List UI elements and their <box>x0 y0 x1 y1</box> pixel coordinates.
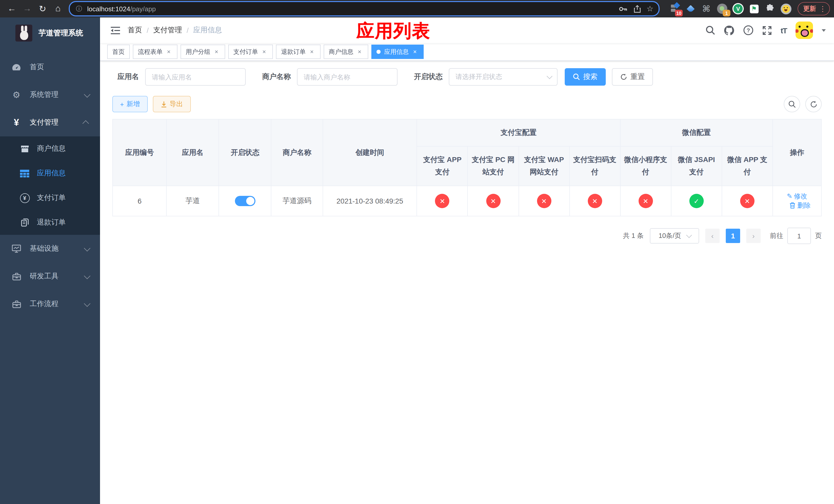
close-icon[interactable]: × <box>356 48 363 55</box>
col-alipay-pc: 支付宝 PC 网站支付 <box>468 146 519 186</box>
sidebar-item-label: 工作流程 <box>30 299 59 308</box>
sidebar-item-merchant-info[interactable]: 商户信息 <box>0 136 100 161</box>
wechat-app-status-icon: ✕ <box>740 194 754 208</box>
yen-icon: ¥ <box>10 117 23 128</box>
export-button[interactable]: 导出 <box>153 96 191 112</box>
app-title: 芋道管理系统 <box>39 28 83 38</box>
site-info-icon[interactable]: ⓘ <box>75 5 83 13</box>
wechat-mini-status-icon: ✕ <box>638 194 653 208</box>
sidebar-item-system[interactable]: ⚙ 系统管理 <box>0 81 100 109</box>
breadcrumb-home[interactable]: 首页 <box>128 26 142 35</box>
page-1-button[interactable]: 1 <box>726 229 740 243</box>
tab-refund-orders[interactable]: 退款订单× <box>276 45 321 59</box>
delete-button[interactable]: 删除 <box>790 201 811 210</box>
reset-button[interactable]: 重置 <box>612 68 653 86</box>
close-icon[interactable]: × <box>261 48 268 55</box>
sidebar-item-label: 支付管理 <box>30 118 59 127</box>
toolbox-icon <box>10 273 23 280</box>
refresh-button[interactable] <box>805 96 822 112</box>
sidebar-collapse-icon[interactable] <box>110 26 120 35</box>
fullscreen-icon[interactable] <box>762 25 772 35</box>
browser-back-button[interactable]: ← <box>5 2 19 15</box>
sidebar-item-workflow[interactable]: 工作流程 <box>0 290 100 318</box>
sidebar-item-dev-tools[interactable]: 研发工具 <box>0 262 100 290</box>
password-key-icon[interactable] <box>619 6 628 12</box>
page-annotation: 应用列表 <box>356 19 430 43</box>
browser-menu-icon[interactable]: ⋮ <box>819 5 826 13</box>
extension-kite-icon[interactable] <box>685 3 696 14</box>
alipay-app-status-icon: ✕ <box>435 194 449 208</box>
share-icon[interactable] <box>634 5 640 13</box>
extension-circle-icon[interactable]: 1 <box>717 3 728 14</box>
browser-home-button[interactable]: ⌂ <box>51 2 65 15</box>
status-select[interactable]: 请选择开启状态 <box>449 68 557 86</box>
browser-toolbar: ← → ↻ ⌂ ⓘ localhost:1024/pay/app ☆ 10 <box>0 0 834 18</box>
browser-forward-button[interactable]: → <box>21 2 34 15</box>
sidebar-item-pay-orders[interactable]: ¥ 支付订单 <box>0 186 100 210</box>
extension-command-icon[interactable]: ⌘ <box>701 3 712 14</box>
col-alipay-app: 支付宝 APP 支付 <box>417 146 468 186</box>
tab-pay-orders[interactable]: 支付订单× <box>228 45 273 59</box>
browser-reload-button[interactable]: ↻ <box>36 2 49 15</box>
extension-panel-icon[interactable]: 10 <box>669 3 680 14</box>
next-page-button[interactable]: › <box>746 229 761 243</box>
page-size-select[interactable]: 10条/页 <box>650 228 699 244</box>
help-icon[interactable]: ? <box>743 25 753 36</box>
col-group-wechat: 微信配置 <box>620 119 772 146</box>
pencil-icon: ✎ <box>787 192 792 200</box>
breadcrumb-payment[interactable]: 支付管理 <box>153 26 182 35</box>
close-icon[interactable]: × <box>213 48 220 55</box>
app-table: 应用编号 应用名 开启状态 商户名称 创建时间 支付宝配置 微信配置 操作 支付… <box>112 119 822 216</box>
sidebar-item-infrastructure[interactable]: 基础设施 <box>0 235 100 262</box>
user-avatar[interactable] <box>795 22 813 39</box>
prev-page-button[interactable]: ‹ <box>705 229 720 243</box>
breadcrumb: 首页 / 支付管理 / 应用信息 <box>128 26 222 35</box>
alipay-qr-status-icon: ✕ <box>588 194 602 208</box>
chevron-down-icon <box>84 272 90 279</box>
status-toggle[interactable] <box>235 196 256 206</box>
github-icon[interactable] <box>724 25 734 36</box>
app-name-input[interactable] <box>145 68 246 86</box>
header-search-icon[interactable] <box>706 26 715 35</box>
monitor-chart-icon <box>10 245 23 253</box>
close-icon[interactable]: × <box>165 48 172 55</box>
toggle-search-button[interactable] <box>784 96 800 112</box>
sidebar-item-home[interactable]: 首页 <box>0 53 100 81</box>
url-host: localhost:1024 <box>87 5 130 13</box>
sidebar-item-payment[interactable]: ¥ 支付管理 <box>0 109 100 136</box>
col-actions: 操作 <box>773 119 821 186</box>
avatar-caret-icon[interactable] <box>822 29 826 31</box>
sidebar-item-refund-orders[interactable]: 退款订单 <box>0 210 100 235</box>
tab-app-info[interactable]: 应用信息× <box>371 45 424 59</box>
close-icon[interactable]: × <box>308 48 315 55</box>
goto-page-input[interactable] <box>787 228 811 244</box>
chrome-update-button[interactable]: 更新 ⋮ <box>797 2 830 15</box>
bookmark-star-icon[interactable]: ☆ <box>646 4 654 13</box>
merchant-name-input[interactable] <box>297 68 397 86</box>
tab-merchant-info[interactable]: 商户信息× <box>324 45 368 59</box>
svg-text:?: ? <box>747 27 750 33</box>
table-row: 6 芋道 芋道源码 2021-10-23 08:49:25 ✕ ✕ ✕ ✕ ✕ … <box>113 186 821 216</box>
tab-home[interactable]: 首页 <box>107 45 130 59</box>
cell-app-name: 芋道 <box>167 186 219 216</box>
font-size-icon[interactable]: tT <box>781 26 787 35</box>
tab-user-group[interactable]: 用户分组× <box>180 45 225 59</box>
extensions-menu-icon[interactable] <box>764 3 775 14</box>
tab-process-form[interactable]: 流程表单× <box>133 45 177 59</box>
profile-avatar-icon[interactable] <box>780 3 791 14</box>
edit-button[interactable]: ✎修改 <box>787 192 807 201</box>
extension-vue-icon[interactable]: V <box>732 3 744 14</box>
col-alipay-qr: 支付宝扫码支付 <box>569 146 620 186</box>
address-bar[interactable]: ⓘ localhost:1024/pay/app ☆ <box>69 1 660 17</box>
col-wechat-jsapi: 微信 JSAPI 支付 <box>671 146 722 186</box>
extension-flag-icon[interactable]: ⚑ <box>748 3 760 14</box>
screen: ← → ↻ ⌂ ⓘ localhost:1024/pay/app ☆ 10 <box>0 0 834 504</box>
url-path: /pay/app <box>130 5 156 13</box>
gear-icon: ⚙ <box>10 90 23 100</box>
close-icon[interactable]: × <box>411 48 419 55</box>
chevron-down-icon <box>84 245 90 251</box>
sidebar-logo[interactable]: 芋道管理系统 <box>0 18 100 48</box>
search-button[interactable]: 搜索 <box>565 68 606 86</box>
add-button[interactable]: + 新增 <box>112 96 148 112</box>
sidebar-item-app-info[interactable]: 应用信息 <box>0 161 100 186</box>
